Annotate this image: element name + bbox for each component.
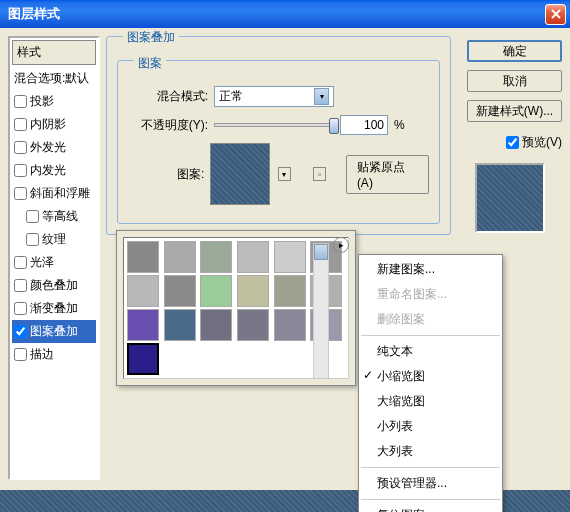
style-label: 斜面和浮雕 — [30, 185, 90, 202]
snap-origin-button[interactable]: 贴紧原点(A) — [346, 155, 429, 194]
blend-mode-value: 正常 — [219, 88, 243, 105]
style-item-2[interactable]: 外发光 — [12, 136, 96, 159]
style-checkbox[interactable] — [14, 302, 27, 315]
style-item-11[interactable]: 描边 — [12, 343, 96, 366]
style-label: 纹理 — [42, 231, 66, 248]
menu-reset-patterns[interactable]: 复位图案... — [359, 503, 502, 512]
style-checkbox[interactable] — [14, 325, 27, 338]
style-label: 颜色叠加 — [30, 277, 78, 294]
blend-mode-select[interactable]: 正常 ▾ — [214, 86, 334, 107]
style-checkbox[interactable] — [14, 95, 27, 108]
opacity-unit: % — [394, 118, 405, 132]
check-icon: ✓ — [363, 368, 373, 382]
pattern-swatch[interactable] — [164, 309, 196, 341]
pattern-dropdown-arrow[interactable]: ▾ — [278, 167, 291, 181]
menu-preset-manager[interactable]: 预设管理器... — [359, 471, 502, 496]
menu-large-list[interactable]: 大列表 — [359, 439, 502, 464]
styles-panel: 样式 混合选项:默认 投影内阴影外发光内发光斜面和浮雕等高线纹理光泽颜色叠加渐变… — [8, 36, 100, 480]
slider-thumb[interactable] — [329, 118, 339, 134]
pattern-swatch[interactable] — [274, 241, 306, 273]
style-checkbox[interactable] — [14, 256, 27, 269]
style-label: 投影 — [30, 93, 54, 110]
style-label: 内阴影 — [30, 116, 66, 133]
menu-rename-pattern: 重命名图案... — [359, 282, 502, 307]
style-checkbox[interactable] — [14, 279, 27, 292]
pattern-swatch[interactable] — [200, 241, 232, 273]
style-checkbox[interactable] — [14, 187, 27, 200]
ok-button[interactable]: 确定 — [467, 40, 562, 62]
style-label: 外发光 — [30, 139, 66, 156]
pattern-swatch[interactable] — [127, 275, 159, 307]
pattern-swatch[interactable] — [274, 275, 306, 307]
menu-text-only[interactable]: 纯文本 — [359, 339, 502, 364]
blending-options[interactable]: 混合选项:默认 — [12, 67, 96, 90]
pattern-swatch[interactable] — [164, 241, 196, 273]
style-item-4[interactable]: 斜面和浮雕 — [12, 182, 96, 205]
pattern-swatch[interactable] — [237, 275, 269, 307]
pattern-swatch[interactable] — [127, 343, 159, 375]
style-label: 光泽 — [30, 254, 54, 271]
style-item-7[interactable]: 光泽 — [12, 251, 96, 274]
subsection-title: 图案 — [134, 55, 166, 72]
style-checkbox[interactable] — [14, 348, 27, 361]
style-item-8[interactable]: 颜色叠加 — [12, 274, 96, 297]
center-panel: 图案叠加 图案 混合模式: 正常 ▾ 不透明度(Y): 100 % — [106, 36, 451, 480]
menu-small-thumb[interactable]: ✓小缩览图 — [359, 364, 502, 389]
style-label: 渐变叠加 — [30, 300, 78, 317]
styles-header[interactable]: 样式 — [12, 40, 96, 65]
pattern-swatch[interactable] — [127, 309, 159, 341]
pattern-swatch[interactable] — [274, 309, 306, 341]
style-item-0[interactable]: 投影 — [12, 90, 96, 113]
pattern-swatch[interactable] — [200, 309, 232, 341]
preview-box — [475, 163, 545, 233]
style-item-10[interactable]: 图案叠加 — [12, 320, 96, 343]
style-item-1[interactable]: 内阴影 — [12, 113, 96, 136]
preview-check-input[interactable] — [506, 136, 519, 149]
pattern-label: 图案: — [128, 166, 204, 183]
style-label: 等高线 — [42, 208, 78, 225]
pattern-picker-popup: ▸ — [116, 230, 356, 386]
menu-small-list[interactable]: 小列表 — [359, 414, 502, 439]
pattern-swatch[interactable] — [237, 241, 269, 273]
close-icon — [551, 9, 561, 19]
style-label: 描边 — [30, 346, 54, 363]
style-item-3[interactable]: 内发光 — [12, 159, 96, 182]
new-style-button[interactable]: 新建样式(W)... — [467, 100, 562, 122]
pattern-swatch[interactable] — [237, 309, 269, 341]
menu-new-pattern[interactable]: 新建图案... — [359, 257, 502, 282]
scrollbar[interactable] — [313, 243, 329, 379]
pattern-swatch[interactable] — [164, 275, 196, 307]
opacity-input[interactable]: 100 — [340, 115, 388, 135]
preview-checkbox[interactable]: 预览(V) — [506, 130, 562, 155]
menu-delete-pattern: 删除图案 — [359, 307, 502, 332]
title-bar: 图层样式 — [0, 0, 570, 28]
opacity-label: 不透明度(Y): — [128, 117, 208, 134]
close-button[interactable] — [545, 4, 566, 25]
style-checkbox[interactable] — [26, 233, 39, 246]
new-doc-icon[interactable]: ▫ — [313, 167, 326, 181]
pattern-preview[interactable] — [210, 143, 269, 205]
style-checkbox[interactable] — [26, 210, 39, 223]
style-label: 内发光 — [30, 162, 66, 179]
section-title: 图案叠加 — [123, 29, 179, 46]
style-checkbox[interactable] — [14, 118, 27, 131]
blend-mode-label: 混合模式: — [128, 88, 208, 105]
style-checkbox[interactable] — [14, 141, 27, 154]
style-checkbox[interactable] — [14, 164, 27, 177]
pattern-swatch[interactable] — [200, 275, 232, 307]
style-item-9[interactable]: 渐变叠加 — [12, 297, 96, 320]
flyout-menu-button[interactable]: ▸ — [333, 237, 349, 253]
scroll-thumb[interactable] — [314, 244, 328, 260]
window-title: 图层样式 — [4, 5, 545, 23]
cancel-button[interactable]: 取消 — [467, 70, 562, 92]
style-item-5[interactable]: 等高线 — [12, 205, 96, 228]
chevron-down-icon: ▾ — [314, 88, 329, 105]
menu-large-thumb[interactable]: 大缩览图 — [359, 389, 502, 414]
style-label: 图案叠加 — [30, 323, 78, 340]
style-item-6[interactable]: 纹理 — [12, 228, 96, 251]
pattern-swatch[interactable] — [127, 241, 159, 273]
opacity-slider[interactable] — [214, 123, 334, 127]
context-menu: 新建图案... 重命名图案... 删除图案 纯文本 ✓小缩览图 大缩览图 小列表… — [358, 254, 503, 512]
